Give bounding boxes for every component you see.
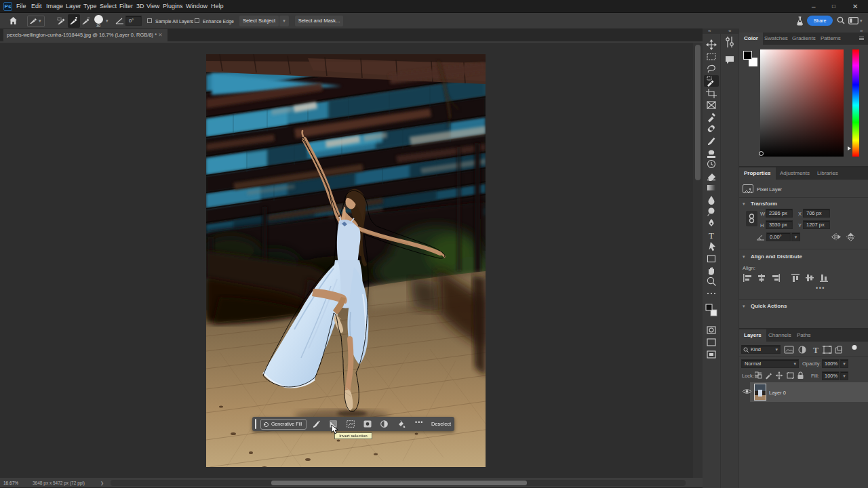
svg-text:T: T <box>813 346 818 355</box>
svg-text:T: T <box>709 230 714 241</box>
